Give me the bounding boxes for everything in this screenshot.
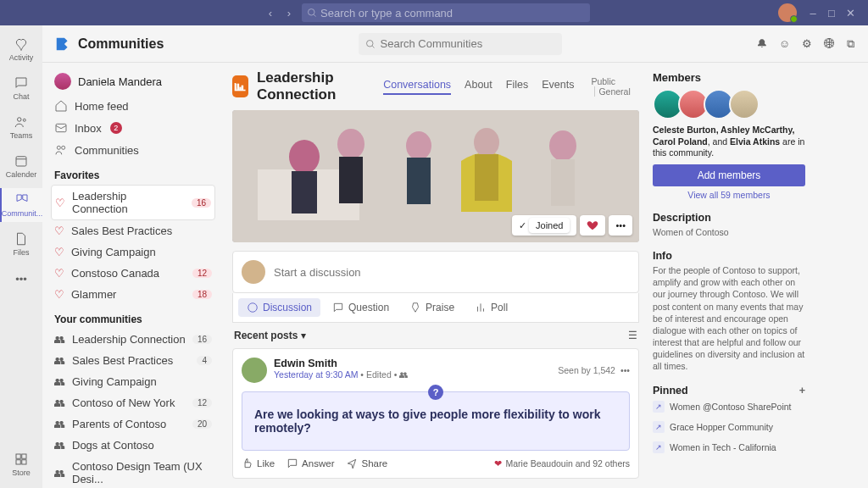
add-members-button[interactable]: Add members [653, 164, 805, 186]
fav-giving[interactable]: ♡Giving Campaign [51, 241, 215, 263]
svg-point-19 [337, 129, 364, 159]
info-text: For the people of Contoso to support, am… [653, 264, 805, 373]
members-summary: Celeste Burton, Ashley McCarthy, Carol P… [653, 125, 805, 159]
author-name[interactable]: Edwin Smith [274, 358, 409, 369]
ptab-poll[interactable]: Poll [466, 298, 516, 317]
more-chip[interactable]: ••• [609, 215, 632, 236]
rail-activity[interactable]: Activity [0, 32, 42, 66]
app-title: Communities [78, 36, 164, 52]
smiley-icon[interactable]: ☺ [779, 37, 790, 51]
svg-line-1 [314, 14, 315, 16]
yc-sales[interactable]: 👥︎Sales Best Practices4 [51, 350, 215, 371]
group-cover-image: ✓ Joined ••• [232, 110, 639, 242]
command-search[interactable]: Search or type a command [302, 3, 590, 22]
heart-icon: ♡ [55, 197, 65, 209]
tab-conversations[interactable]: Conversations [383, 79, 451, 95]
bell-icon[interactable]: 🔔︎ [756, 37, 767, 51]
svg-rect-26 [407, 158, 431, 204]
answer-button[interactable]: Answer [287, 458, 334, 469]
svg-point-3 [23, 119, 25, 121]
rail-calendar[interactable]: Calender [0, 149, 42, 183]
fav-leadership[interactable]: ♡ Leadership Connection 16 [51, 185, 215, 220]
user-avatar[interactable] [778, 3, 797, 22]
svg-point-17 [289, 140, 320, 174]
yc-leadership[interactable]: 👥︎Leadership Connection16 [51, 329, 215, 350]
favorite-chip[interactable] [580, 215, 605, 236]
view-all-members-link[interactable]: View all 59 members [653, 190, 805, 200]
yammer-icon [54, 35, 73, 53]
author-avatar[interactable] [242, 358, 267, 383]
member-avatar[interactable] [729, 89, 760, 119]
nav-home-feed[interactable]: Home feed [51, 95, 215, 117]
svg-rect-18 [292, 171, 317, 214]
ptab-question[interactable]: Question [324, 298, 398, 317]
communities-search[interactable]: Search Communities [359, 33, 562, 55]
add-pinned-button[interactable]: + [799, 385, 805, 396]
rail-communities[interactable]: Communit... [0, 188, 42, 222]
ptab-discussion[interactable]: Discussion [238, 298, 320, 317]
fav-glammer[interactable]: ♡Glammer18 [51, 284, 215, 305]
globe-icon[interactable]: 🌐︎ [824, 37, 835, 51]
filter-icon[interactable]: ☰ [628, 330, 637, 341]
svg-rect-20 [339, 157, 363, 203]
svg-rect-7 [22, 454, 26, 458]
yc-newyork[interactable]: 👥︎Contoso of New York12 [51, 392, 215, 413]
joined-chip[interactable]: ✓ Joined [512, 215, 576, 236]
sidebar-user[interactable]: Daniela Mandera [51, 68, 215, 95]
nav-communities[interactable]: Communities [51, 139, 215, 161]
group-header: 📊︎ Leadership Connection Conversations A… [232, 63, 639, 110]
reactions-summary[interactable]: ❤ Marie Beaudouin and 92 others [494, 458, 630, 469]
yc-giving[interactable]: 👥︎Giving Campaign [51, 371, 215, 392]
seen-count[interactable]: Seen by 1,542 [558, 365, 615, 375]
fav-contoso-canada[interactable]: ♡Constoso Canada12 [51, 263, 215, 284]
rail-chat[interactable]: Chat [0, 71, 42, 105]
rail-store[interactable]: Store [0, 447, 42, 481]
group-icon: 📊︎ [232, 75, 248, 97]
post-timestamp: Yesterday at 9:30 AM • Edited • 👥︎ [274, 369, 409, 380]
close-button[interactable]: ✕ [841, 7, 860, 19]
minimize-button[interactable]: – [804, 7, 822, 19]
svg-point-25 [406, 131, 431, 160]
group-visibility: Public General [591, 76, 639, 97]
svg-rect-8 [16, 460, 20, 464]
recent-posts-sort[interactable]: Recent posts ▾ [234, 330, 306, 341]
tab-files[interactable]: Files [506, 79, 528, 95]
members-facepile[interactable] [653, 89, 805, 119]
rail-more[interactable]: ••• [15, 266, 27, 291]
pinned-link[interactable]: ↗Grace Hopper Community [653, 417, 805, 437]
svg-point-14 [62, 146, 65, 149]
nav-inbox[interactable]: Inbox 2 [51, 117, 215, 139]
share-button[interactable]: Share [346, 458, 387, 469]
composer[interactable]: Start a discussion [232, 251, 639, 293]
pinned-link[interactable]: ↗Women @Contoso SharePoint [653, 396, 805, 417]
yc-parents[interactable]: 👥︎Parents of Contoso20 [51, 413, 215, 435]
rail-files[interactable]: Files [0, 227, 42, 261]
link-icon: ↗ [653, 421, 665, 433]
ptab-praise[interactable]: Praise [401, 298, 463, 317]
pinned-link[interactable]: ↗Women in Tech - California [653, 437, 805, 458]
yc-dogs[interactable]: 👥︎Dogs at Contoso [51, 435, 215, 456]
popout-icon[interactable]: ⧉ [847, 37, 854, 51]
tab-events[interactable]: Events [542, 79, 574, 95]
post-more-button[interactable]: ••• [620, 365, 630, 375]
svg-point-0 [309, 9, 315, 16]
forward-button[interactable]: › [281, 5, 297, 20]
fav-sales[interactable]: ♡Sales Best Practices [51, 220, 215, 241]
composer-avatar [242, 260, 265, 284]
yc-design[interactable]: 👥︎Contoso Design Team (UX Desi... [51, 456, 215, 488]
description-text: Women of Contoso [653, 226, 805, 238]
maximize-button[interactable]: □ [822, 7, 841, 19]
back-button[interactable]: ‹ [263, 5, 278, 20]
rail-teams[interactable]: Teams [0, 110, 42, 144]
question-card: ? Are we looking at ways to give people … [242, 391, 630, 451]
sidebar: Daniela Mandera Home feed Inbox 2 Commun… [42, 63, 224, 488]
gear-icon[interactable]: ⚙ [802, 37, 812, 51]
description-header: Description [653, 212, 805, 224]
composer-placeholder: Start a discussion [274, 266, 361, 279]
like-button[interactable]: Like [242, 458, 275, 469]
svg-rect-6 [16, 454, 20, 458]
inbox-badge: 2 [110, 122, 122, 134]
svg-rect-9 [22, 460, 26, 464]
tab-about[interactable]: About [465, 79, 492, 95]
link-icon: ↗ [653, 401, 665, 413]
